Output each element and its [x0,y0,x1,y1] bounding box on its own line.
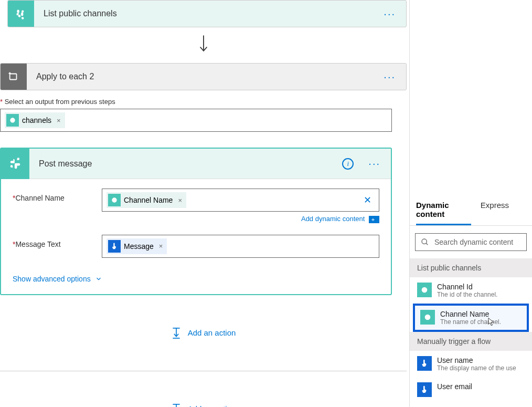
plus-icon: + [369,216,377,223]
svg-point-3 [112,197,116,202]
step-menu-icon[interactable]: ··· [358,158,391,170]
dc-item-user-email[interactable]: User email [410,377,532,397]
slack-icon [1,149,29,179]
step-apply-to-each[interactable]: Apply to each 2 ··· [0,63,407,90]
flow-arrow-icon [0,27,407,63]
token-channels[interactable]: channels × [5,112,65,128]
add-dynamic-content-link[interactable]: Add dynamic content + [102,215,379,223]
remove-token-icon[interactable]: × [159,242,163,250]
group-header: List public channels [410,258,532,277]
channel-name-input[interactable]: Channel Name × ✕ [102,189,379,212]
clear-input-icon[interactable]: ✕ [360,194,375,206]
step-title: List public channels [34,9,373,18]
token-channel-name[interactable]: Channel Name × [107,192,186,208]
svg-rect-1 [10,74,17,80]
svg-point-2 [10,118,15,122]
search-input[interactable]: Search dynamic content [415,233,527,251]
touch-icon [417,382,432,397]
add-action-outer[interactable]: Add an action [0,403,407,407]
search-icon [421,238,429,246]
svg-point-13 [425,315,431,320]
step-menu-icon[interactable]: ··· [373,71,406,83]
message-text-input[interactable]: Message × [102,235,379,258]
add-action-icon [171,403,182,407]
step-title: Post message [29,159,342,169]
slack-icon [417,283,432,297]
svg-point-10 [422,239,427,244]
output-label: * Select an output from previous steps [0,98,407,106]
touch-icon [108,240,121,253]
remove-token-icon[interactable]: × [57,117,61,124]
output-input[interactable]: channels × [0,109,392,132]
slack-icon [420,310,435,325]
remove-token-icon[interactable]: × [178,196,182,204]
loop-icon [1,64,27,90]
step-post-message: Post message i ··· *Channel Name Channel… [0,148,392,295]
dc-item-channel-name[interactable]: Channel Name The name of channel. [413,304,529,332]
svg-line-11 [426,243,428,245]
add-action-icon [171,327,182,339]
right-panel: Dynamic content Express Search dynamic c… [409,0,532,407]
slack-icon [6,114,19,127]
dynamic-content-panel: Dynamic content Express Search dynamic c… [410,195,532,397]
step-title: Apply to each 2 [27,72,373,81]
cursor-icon [487,317,496,327]
tab-expression[interactable]: Express [481,195,516,225]
group-header: Manually trigger a flow [410,332,532,351]
touch-icon [417,356,432,371]
step-list-public-channels[interactable]: List public channels ··· [7,0,407,27]
step-menu-icon[interactable]: ··· [373,8,406,20]
info-icon[interactable]: i [342,158,354,170]
message-text-label: *Message Text [13,235,102,248]
slack-icon [8,1,34,27]
token-message[interactable]: Message × [107,238,167,254]
dc-item-channel-id[interactable]: Channel Id The id of the channel. [410,277,532,304]
add-action-inner[interactable]: Add an action [0,327,407,339]
channel-name-label: *Channel Name [13,189,102,202]
step-header[interactable]: Post message i ··· [1,149,391,179]
slack-icon [108,194,121,206]
dc-item-user-name[interactable]: User name The display name of the use [410,351,532,377]
tab-dynamic-content[interactable]: Dynamic content [416,195,471,225]
svg-point-12 [422,287,428,293]
show-advanced-options[interactable]: Show advanced options [13,275,102,283]
